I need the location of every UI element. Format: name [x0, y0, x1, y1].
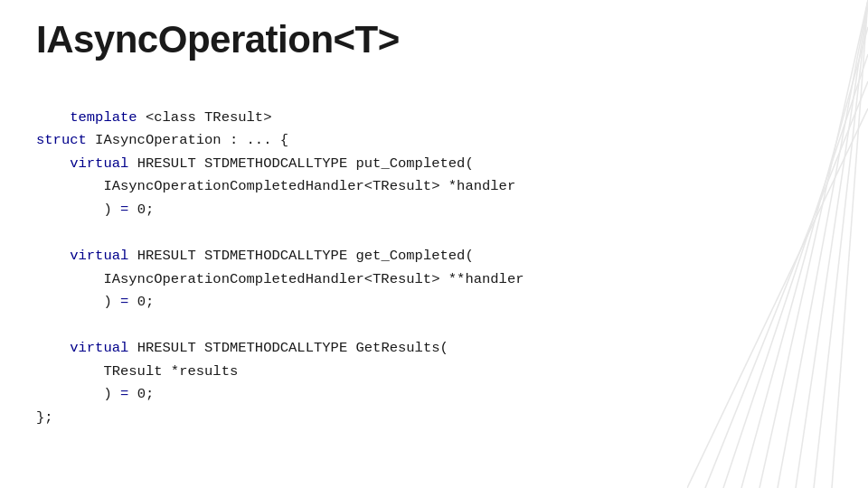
keyword-virtual-2: virtual — [70, 248, 128, 264]
code-line-9: virtual HRESULT STDMETHODCALLTYPE GetRes… — [36, 340, 448, 356]
code-line-3: virtual HRESULT STDMETHODCALLTYPE put_Co… — [36, 155, 474, 172]
code-line-12: }; — [36, 409, 53, 426]
keyword-struct: struct — [36, 132, 87, 148]
code-line-blank-2 — [36, 317, 44, 333]
code-line-7: IAsyncOperationCompletedHandler<TResult>… — [36, 271, 524, 287]
page-title: IAsyncOperation<T> — [36, 18, 832, 61]
code-line-blank-1 — [36, 224, 44, 240]
code-line-8: ) = 0; — [36, 294, 154, 310]
keyword-template: template — [70, 109, 137, 126]
keyword-virtual-3: virtual — [70, 340, 128, 356]
code-line-1: template <class TResult> — [70, 109, 271, 126]
page-content: IAsyncOperation<T> template <class TResu… — [0, 0, 868, 471]
code-line-2: struct IAsyncOperation : ... { — [36, 132, 288, 148]
code-line-10: TResult *results — [36, 363, 238, 380]
code-line-6: virtual HRESULT STDMETHODCALLTYPE get_Co… — [36, 248, 474, 264]
operator-eq-3: = — [120, 386, 128, 402]
operator-eq-1: = — [120, 202, 128, 218]
code-line-11: ) = 0; — [36, 386, 154, 402]
code-line-5: ) = 0; — [36, 202, 154, 218]
keyword-virtual-1: virtual — [70, 155, 128, 172]
code-line-4: IAsyncOperationCompletedHandler<TResult>… — [36, 178, 515, 194]
code-block: template <class TResult> struct IAsyncOp… — [36, 83, 832, 453]
operator-eq-2: = — [120, 294, 128, 310]
